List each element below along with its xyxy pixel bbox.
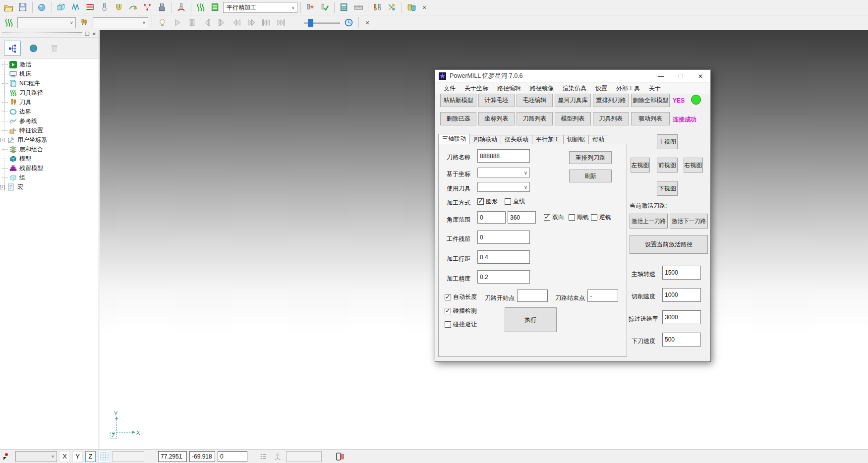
climb-mill-checkbox[interactable]: 顺铣 — [569, 213, 589, 222]
paste-new-model-button[interactable]: 粘贴新模型 — [440, 94, 476, 107]
pause-icon[interactable] — [185, 16, 198, 29]
set-active-path-button[interactable]: 设置当前激活路径 — [630, 235, 708, 254]
angle-to-input[interactable] — [508, 211, 536, 224]
menu-about[interactable]: 关于 — [644, 83, 665, 94]
cursor-x-field[interactable] — [158, 451, 187, 462]
axis-z-button[interactable]: Z — [85, 451, 96, 462]
maximize-button[interactable]: ☐ — [671, 70, 691, 83]
menu-settings[interactable]: 设置 — [591, 83, 612, 94]
delete-selected-button[interactable]: 删除已选 — [440, 112, 476, 125]
tree-item-macros[interactable]: +宏 — [0, 182, 99, 191]
tab-swivel-head[interactable]: 摆头联动 — [501, 135, 532, 144]
point-picker-button[interactable] — [1, 451, 13, 463]
tree-item-activate[interactable]: 激活 — [0, 60, 99, 69]
tree-item-workplanes[interactable]: +用户坐标系 — [0, 135, 99, 144]
tree-item-boundaries[interactable]: 边界 — [0, 107, 99, 116]
drive-list-button[interactable]: 驱动列表 — [631, 112, 670, 125]
tool-holder-icon[interactable] — [156, 1, 169, 14]
axis-x-button[interactable]: X — [59, 451, 70, 462]
spindle-speed-input[interactable] — [662, 266, 701, 280]
calc-fire-tool-icon[interactable] — [304, 1, 317, 14]
panel-grip[interactable] — [2, 32, 82, 33]
cursor-z-field[interactable] — [218, 451, 247, 462]
panel-grip[interactable] — [2, 35, 82, 36]
save-icon[interactable] — [16, 1, 29, 14]
status-message-field[interactable] — [286, 451, 322, 462]
expand-plus-icon[interactable]: + — [0, 138, 4, 142]
close-button[interactable]: ✕ — [691, 70, 710, 83]
calculator-icon[interactable] — [338, 1, 350, 14]
explorer-panel-header[interactable]: ❐ ✕ — [0, 30, 99, 38]
tab-3axis[interactable]: 三轴联动 — [438, 134, 470, 144]
top-view-button[interactable]: 上视图 — [657, 134, 678, 149]
active-strategy-dropdown[interactable]: 平行精加工 ∨ — [223, 2, 297, 13]
boundary-icon[interactable] — [113, 1, 125, 14]
tool-pair-icon[interactable] — [371, 1, 384, 14]
tree-item-stock-models[interactable]: 残留模型 — [0, 164, 99, 173]
status-aux-field[interactable] — [113, 451, 144, 462]
toolpath-list-button[interactable]: 刀路列表 — [517, 112, 553, 125]
go-start-icon[interactable] — [260, 16, 273, 29]
activate-prev-toolpath-button[interactable]: 激活上一刀路 — [630, 214, 668, 229]
menu-path-edit[interactable]: 路径编辑 — [493, 83, 525, 94]
strategy-list-icon[interactable] — [209, 1, 222, 14]
create-block-icon[interactable] — [55, 1, 68, 14]
toolbar-close-icon[interactable]: × — [419, 2, 429, 12]
minimize-button[interactable]: — — [651, 70, 671, 83]
tool-list-button[interactable]: 刀具列表 — [593, 112, 629, 125]
rewind-icon[interactable] — [230, 16, 243, 29]
ball-tool-icon[interactable] — [98, 1, 111, 14]
cutting-feed-input[interactable] — [662, 288, 701, 302]
front-view-button[interactable]: 前视图 — [657, 158, 678, 173]
collision-avoid-checkbox[interactable]: 碰撞避让 — [445, 320, 477, 329]
clock-icon[interactable] — [342, 16, 355, 29]
rapid-heights-icon[interactable] — [84, 1, 97, 14]
execute-button[interactable]: 执行 — [505, 307, 557, 332]
skim-feed-input[interactable] — [662, 310, 701, 324]
strategy-zigzag-icon[interactable] — [69, 1, 82, 14]
tree-item-levels[interactable]: 层和组合 — [0, 145, 99, 154]
expand-plus-icon[interactable]: + — [0, 185, 4, 189]
tab-4axis[interactable]: 四轴联动 — [470, 135, 501, 144]
bidirectional-checkbox[interactable]: 双向 — [544, 213, 564, 222]
rearrange-toolpaths-button[interactable]: 重排列刀路 — [593, 94, 629, 107]
diamond-points-icon[interactable] — [141, 1, 154, 14]
verify-check-tool-icon[interactable] — [318, 1, 331, 14]
conventional-mill-checkbox[interactable]: 逆铣 — [591, 213, 611, 222]
sim-toolbar-close-icon[interactable]: × — [362, 18, 372, 28]
tab-help[interactable]: 帮助 — [589, 135, 608, 144]
grid-snap-button[interactable] — [98, 451, 110, 463]
menu-coords[interactable]: 关于坐标 — [460, 83, 493, 94]
circle-checkbox[interactable]: 圆形 — [477, 197, 498, 206]
angle-from-input[interactable] — [477, 211, 506, 224]
swap-axes-icon[interactable] — [386, 1, 399, 14]
menu-path-mirror[interactable]: 路径镜像 — [525, 83, 558, 94]
open-file-icon[interactable] — [2, 1, 15, 14]
panel-close-icon[interactable]: ✕ — [91, 31, 98, 37]
tree-item-feature-sets[interactable]: 特征设置 — [0, 126, 99, 135]
stepover-input[interactable] — [477, 250, 530, 264]
menu-render-sim[interactable]: 渲染仿真 — [558, 83, 591, 94]
sim-speed-slider-handle[interactable] — [308, 19, 313, 27]
stock-allowance-input[interactable] — [477, 231, 530, 244]
tree-view-button[interactable] — [4, 41, 21, 56]
tree-item-machine[interactable]: 机床 — [0, 69, 99, 78]
pattern-pencil-icon[interactable] — [127, 1, 140, 14]
trash-button[interactable] — [46, 41, 62, 56]
rearrange-button[interactable]: 重排列刀路 — [569, 151, 612, 164]
tab-saw[interactable]: 切割锯 — [564, 135, 589, 144]
menu-external-tools[interactable]: 外部工具 — [612, 83, 644, 94]
tree-item-patterns[interactable]: 参考线 — [0, 116, 99, 125]
compare-cylinders-icon[interactable] — [405, 1, 418, 14]
stock-edit-button[interactable]: 毛坯编辑 — [517, 94, 553, 107]
shade-icon[interactable] — [36, 1, 49, 14]
tree-item-tools[interactable]: 刀具 — [0, 98, 99, 107]
step-back-icon[interactable] — [200, 16, 213, 29]
sim-toolpath-dropdown[interactable]: ∨ — [17, 17, 76, 28]
lamp-icon[interactable] — [156, 16, 169, 29]
line-checkbox[interactable]: 直线 — [505, 197, 525, 206]
calc-stock-button[interactable]: 计算毛坯 — [478, 94, 515, 107]
refresh-button[interactable]: 刷新 — [569, 170, 612, 182]
play-icon[interactable] — [171, 16, 183, 29]
coord-list-button[interactable]: 坐标列表 — [478, 112, 515, 125]
